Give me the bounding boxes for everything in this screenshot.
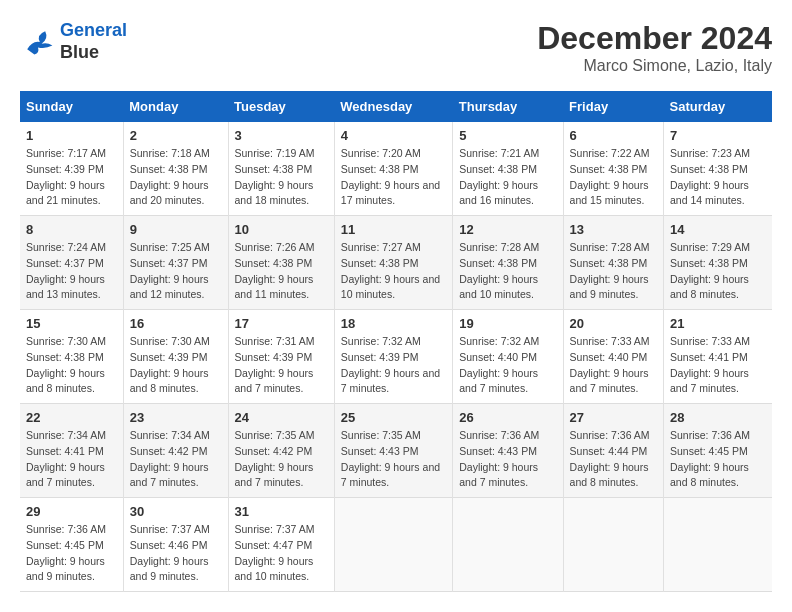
day-info: Sunrise: 7:36 AM Sunset: 4:44 PM Dayligh… [570,428,657,491]
calendar-cell: 4 Sunrise: 7:20 AM Sunset: 4:38 PM Dayli… [334,122,452,216]
calendar-cell: 28 Sunrise: 7:36 AM Sunset: 4:45 PM Dayl… [664,404,772,498]
day-info: Sunrise: 7:22 AM Sunset: 4:38 PM Dayligh… [570,146,657,209]
day-number: 21 [670,316,766,331]
logo-blue: Blue [60,42,127,64]
day-number: 26 [459,410,556,425]
day-number: 1 [26,128,117,143]
day-number: 31 [235,504,328,519]
day-info: Sunrise: 7:17 AM Sunset: 4:39 PM Dayligh… [26,146,117,209]
day-number: 5 [459,128,556,143]
calendar-cell: 27 Sunrise: 7:36 AM Sunset: 4:44 PM Dayl… [563,404,663,498]
calendar-cell: 2 Sunrise: 7:18 AM Sunset: 4:38 PM Dayli… [123,122,228,216]
days-header-row: SundayMondayTuesdayWednesdayThursdayFrid… [20,91,772,122]
day-info: Sunrise: 7:20 AM Sunset: 4:38 PM Dayligh… [341,146,446,209]
calendar-cell: 8 Sunrise: 7:24 AM Sunset: 4:37 PM Dayli… [20,216,123,310]
calendar-cell: 11 Sunrise: 7:27 AM Sunset: 4:38 PM Dayl… [334,216,452,310]
header-thursday: Thursday [453,91,563,122]
calendar-cell [563,498,663,592]
day-number: 14 [670,222,766,237]
day-info: Sunrise: 7:36 AM Sunset: 4:43 PM Dayligh… [459,428,556,491]
day-info: Sunrise: 7:35 AM Sunset: 4:42 PM Dayligh… [235,428,328,491]
day-info: Sunrise: 7:26 AM Sunset: 4:38 PM Dayligh… [235,240,328,303]
calendar-cell: 15 Sunrise: 7:30 AM Sunset: 4:38 PM Dayl… [20,310,123,404]
day-number: 10 [235,222,328,237]
logo: General Blue [20,20,127,63]
week-row-2: 8 Sunrise: 7:24 AM Sunset: 4:37 PM Dayli… [20,216,772,310]
calendar-cell: 17 Sunrise: 7:31 AM Sunset: 4:39 PM Dayl… [228,310,334,404]
header-saturday: Saturday [664,91,772,122]
calendar-cell: 3 Sunrise: 7:19 AM Sunset: 4:38 PM Dayli… [228,122,334,216]
header-tuesday: Tuesday [228,91,334,122]
day-number: 29 [26,504,117,519]
calendar-cell: 7 Sunrise: 7:23 AM Sunset: 4:38 PM Dayli… [664,122,772,216]
day-number: 4 [341,128,446,143]
day-info: Sunrise: 7:37 AM Sunset: 4:46 PM Dayligh… [130,522,222,585]
calendar-cell: 23 Sunrise: 7:34 AM Sunset: 4:42 PM Dayl… [123,404,228,498]
day-info: Sunrise: 7:23 AM Sunset: 4:38 PM Dayligh… [670,146,766,209]
day-number: 20 [570,316,657,331]
day-number: 17 [235,316,328,331]
day-number: 3 [235,128,328,143]
calendar-cell: 19 Sunrise: 7:32 AM Sunset: 4:40 PM Dayl… [453,310,563,404]
header-wednesday: Wednesday [334,91,452,122]
calendar-cell: 9 Sunrise: 7:25 AM Sunset: 4:37 PM Dayli… [123,216,228,310]
day-number: 13 [570,222,657,237]
day-info: Sunrise: 7:32 AM Sunset: 4:40 PM Dayligh… [459,334,556,397]
calendar-cell [334,498,452,592]
day-number: 12 [459,222,556,237]
day-info: Sunrise: 7:35 AM Sunset: 4:43 PM Dayligh… [341,428,446,491]
calendar-cell: 1 Sunrise: 7:17 AM Sunset: 4:39 PM Dayli… [20,122,123,216]
calendar-cell: 22 Sunrise: 7:34 AM Sunset: 4:41 PM Dayl… [20,404,123,498]
calendar-cell: 12 Sunrise: 7:28 AM Sunset: 4:38 PM Dayl… [453,216,563,310]
calendar-cell: 5 Sunrise: 7:21 AM Sunset: 4:38 PM Dayli… [453,122,563,216]
day-info: Sunrise: 7:36 AM Sunset: 4:45 PM Dayligh… [670,428,766,491]
day-info: Sunrise: 7:34 AM Sunset: 4:41 PM Dayligh… [26,428,117,491]
day-info: Sunrise: 7:29 AM Sunset: 4:38 PM Dayligh… [670,240,766,303]
calendar-cell: 25 Sunrise: 7:35 AM Sunset: 4:43 PM Dayl… [334,404,452,498]
day-info: Sunrise: 7:18 AM Sunset: 4:38 PM Dayligh… [130,146,222,209]
calendar-cell: 16 Sunrise: 7:30 AM Sunset: 4:39 PM Dayl… [123,310,228,404]
day-number: 18 [341,316,446,331]
day-info: Sunrise: 7:24 AM Sunset: 4:37 PM Dayligh… [26,240,117,303]
calendar-cell: 13 Sunrise: 7:28 AM Sunset: 4:38 PM Dayl… [563,216,663,310]
calendar-cell [453,498,563,592]
week-row-3: 15 Sunrise: 7:30 AM Sunset: 4:38 PM Dayl… [20,310,772,404]
week-row-1: 1 Sunrise: 7:17 AM Sunset: 4:39 PM Dayli… [20,122,772,216]
title-area: December 2024 Marco Simone, Lazio, Italy [537,20,772,75]
day-info: Sunrise: 7:28 AM Sunset: 4:38 PM Dayligh… [570,240,657,303]
day-info: Sunrise: 7:33 AM Sunset: 4:40 PM Dayligh… [570,334,657,397]
day-info: Sunrise: 7:25 AM Sunset: 4:37 PM Dayligh… [130,240,222,303]
day-number: 30 [130,504,222,519]
day-info: Sunrise: 7:34 AM Sunset: 4:42 PM Dayligh… [130,428,222,491]
calendar-cell: 26 Sunrise: 7:36 AM Sunset: 4:43 PM Dayl… [453,404,563,498]
header-monday: Monday [123,91,228,122]
day-info: Sunrise: 7:21 AM Sunset: 4:38 PM Dayligh… [459,146,556,209]
day-number: 24 [235,410,328,425]
logo-general: General [60,20,127,40]
header-friday: Friday [563,91,663,122]
page-header: General Blue December 2024 Marco Simone,… [20,20,772,75]
calendar-cell: 14 Sunrise: 7:29 AM Sunset: 4:38 PM Dayl… [664,216,772,310]
calendar-location: Marco Simone, Lazio, Italy [537,57,772,75]
day-number: 11 [341,222,446,237]
day-info: Sunrise: 7:27 AM Sunset: 4:38 PM Dayligh… [341,240,446,303]
calendar-cell: 6 Sunrise: 7:22 AM Sunset: 4:38 PM Dayli… [563,122,663,216]
calendar-cell: 21 Sunrise: 7:33 AM Sunset: 4:41 PM Dayl… [664,310,772,404]
calendar-table: SundayMondayTuesdayWednesdayThursdayFrid… [20,91,772,592]
calendar-cell: 20 Sunrise: 7:33 AM Sunset: 4:40 PM Dayl… [563,310,663,404]
day-number: 25 [341,410,446,425]
day-info: Sunrise: 7:19 AM Sunset: 4:38 PM Dayligh… [235,146,328,209]
calendar-cell: 31 Sunrise: 7:37 AM Sunset: 4:47 PM Dayl… [228,498,334,592]
day-number: 9 [130,222,222,237]
calendar-cell: 10 Sunrise: 7:26 AM Sunset: 4:38 PM Dayl… [228,216,334,310]
calendar-cell [664,498,772,592]
day-info: Sunrise: 7:28 AM Sunset: 4:38 PM Dayligh… [459,240,556,303]
logo-icon [20,24,56,60]
day-info: Sunrise: 7:36 AM Sunset: 4:45 PM Dayligh… [26,522,117,585]
day-number: 8 [26,222,117,237]
day-number: 16 [130,316,222,331]
day-number: 6 [570,128,657,143]
day-number: 27 [570,410,657,425]
calendar-cell: 24 Sunrise: 7:35 AM Sunset: 4:42 PM Dayl… [228,404,334,498]
week-row-4: 22 Sunrise: 7:34 AM Sunset: 4:41 PM Dayl… [20,404,772,498]
